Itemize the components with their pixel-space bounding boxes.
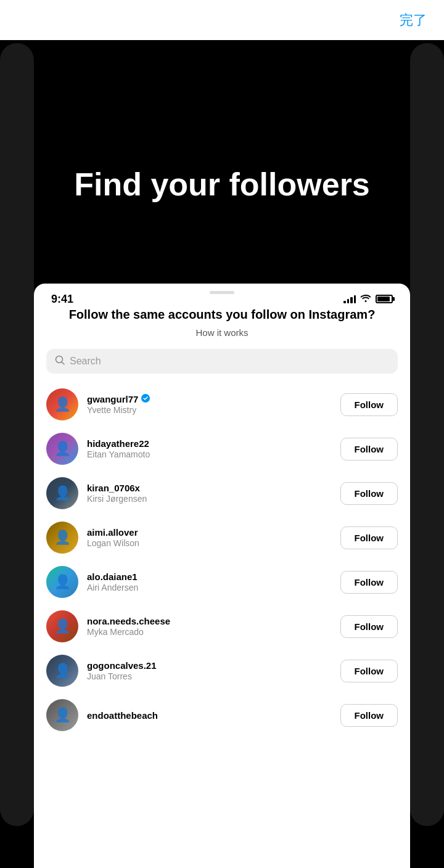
hero-section: Find your followers [34, 43, 410, 302]
white-sheet: 9:41 [34, 284, 410, 868]
user-row: 👤kiran_0706xKirsi JørgensenFollow [46, 471, 398, 515]
username-text: nora.needs.cheese [87, 616, 170, 626]
side-panel-right [410, 43, 444, 826]
status-bar: 9:41 [34, 284, 410, 314]
follow-button[interactable]: Follow [340, 704, 398, 727]
battery-fill [377, 297, 390, 301]
username-row: kiran_0706x [87, 483, 332, 493]
username-text: gogoncalves.21 [87, 660, 157, 671]
avatar: 👤 [46, 699, 78, 731]
username-text: alo.daiane1 [87, 571, 138, 582]
username-row: nora.needs.cheese [87, 616, 332, 626]
wifi-icon [360, 293, 371, 305]
display-name: Yvette Mistry [87, 405, 332, 415]
follow-button[interactable]: Follow [340, 615, 398, 638]
user-list: 👤gwangurl77Yvette MistryFollow👤hidayathe… [46, 382, 398, 737]
user-info: gogoncalves.21Juan Torres [87, 660, 332, 681]
search-input[interactable]: Search [70, 356, 101, 367]
avatar-image: 👤 [46, 655, 78, 687]
hero-title: Find your followers [74, 166, 370, 203]
signal-bar-4 [354, 295, 356, 303]
signal-bar-2 [347, 299, 350, 303]
user-info: hidayathere22Eitan Yamamoto [87, 438, 332, 459]
sheet-content: Follow the same accounts you follow on I… [34, 306, 410, 866]
username-text: gwangurl77 [87, 394, 138, 404]
user-info: endoatthebeach [87, 710, 332, 721]
user-row: 👤alo.daiane1Airi AndersenFollow [46, 560, 398, 604]
battery-icon [376, 295, 393, 303]
search-icon [55, 355, 65, 367]
avatar-image: 👤 [46, 388, 78, 420]
follow-button[interactable]: Follow [340, 660, 398, 682]
signal-bars-icon [343, 295, 356, 303]
username-row: gwangurl77 [87, 394, 332, 404]
username-row: aimi.allover [87, 527, 332, 538]
search-bar[interactable]: Search [46, 349, 398, 374]
username-row: gogoncalves.21 [87, 660, 332, 671]
display-name: Kirsi Jørgensen [87, 494, 332, 504]
follow-button[interactable]: Follow [340, 438, 398, 461]
svg-point-0 [56, 356, 63, 363]
avatar-image: 👤 [46, 610, 78, 642]
avatar-image: 👤 [46, 477, 78, 509]
username-text: kiran_0706x [87, 483, 140, 493]
user-row: 👤aimi.alloverLogan WilsonFollow [46, 515, 398, 560]
user-info: gwangurl77Yvette Mistry [87, 394, 332, 415]
avatar: 👤 [46, 477, 78, 509]
user-row: 👤nora.needs.cheeseMyka MercadoFollow [46, 604, 398, 649]
avatar-image: 👤 [46, 699, 78, 731]
user-info: nora.needs.cheeseMyka Mercado [87, 616, 332, 637]
user-row: 👤gogoncalves.21Juan TorresFollow [46, 649, 398, 693]
done-button[interactable]: 完了 [400, 11, 427, 30]
display-name: Logan Wilson [87, 538, 332, 548]
user-row: 👤endoatthebeachFollow [46, 693, 398, 737]
display-name: Eitan Yamamoto [87, 449, 332, 459]
status-time: 9:41 [51, 293, 73, 306]
avatar: 👤 [46, 433, 78, 465]
user-info: alo.daiane1Airi Andersen [87, 571, 332, 592]
how-it-works-link[interactable]: How it works [52, 327, 392, 338]
user-info: aimi.alloverLogan Wilson [87, 527, 332, 548]
display-name: Airi Andersen [87, 583, 332, 592]
follow-button[interactable]: Follow [340, 526, 398, 549]
username-text: hidayathere22 [87, 438, 149, 449]
side-panel-left [0, 43, 34, 826]
follow-button[interactable]: Follow [340, 571, 398, 594]
user-row: 👤gwangurl77Yvette MistryFollow [46, 382, 398, 427]
avatar: 👤 [46, 610, 78, 642]
username-row: endoatthebeach [87, 710, 332, 721]
user-row: 👤hidayathere22Eitan YamamotoFollow [46, 427, 398, 471]
username-text: aimi.allover [87, 527, 138, 538]
signal-bar-3 [350, 297, 353, 303]
avatar-image: 👤 [46, 566, 78, 598]
signal-bar-1 [343, 301, 346, 303]
username-row: alo.daiane1 [87, 571, 332, 582]
display-name: Juan Torres [87, 671, 332, 681]
username-row: hidayathere22 [87, 438, 332, 449]
avatar: 👤 [46, 655, 78, 687]
avatar-image: 👤 [46, 522, 78, 554]
svg-line-1 [62, 362, 65, 365]
display-name: Myka Mercado [87, 627, 332, 637]
username-text: endoatthebeach [87, 710, 158, 721]
phone-wrapper: Find your followers 9:41 [34, 43, 410, 868]
avatar-image: 👤 [46, 433, 78, 465]
user-info: kiran_0706xKirsi Jørgensen [87, 483, 332, 504]
follow-button[interactable]: Follow [340, 482, 398, 505]
status-icons [343, 293, 393, 305]
avatar: 👤 [46, 566, 78, 598]
verified-badge [141, 394, 150, 404]
avatar: 👤 [46, 522, 78, 554]
follow-button[interactable]: Follow [340, 393, 398, 416]
top-bar: 完了 [0, 0, 444, 40]
avatar: 👤 [46, 388, 78, 420]
